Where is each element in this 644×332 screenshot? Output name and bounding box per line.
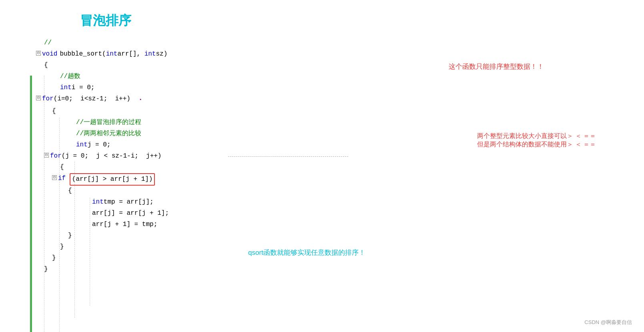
assign-1: arr[j] = arr[j + 1]; [92, 208, 169, 219]
line-int-i: int i = 0; [36, 82, 644, 94]
collapse-for2[interactable]: ⊟ [44, 153, 49, 158]
comment-top: // [44, 38, 52, 48]
var-j-init: j = 0; [88, 140, 111, 150]
green-bar [30, 76, 32, 332]
brace-close-2: } [52, 253, 56, 264]
line-if: ⊟ if (arr[j] > arr[j + 1]) [36, 173, 644, 186]
assign-2: arr[j + 1] = tmp; [92, 219, 157, 230]
brace-open-3: { [60, 162, 64, 173]
brace-open-1: { [44, 60, 48, 71]
line-brace2: { [36, 106, 644, 117]
type-int-1: int [106, 49, 118, 60]
code-block: // ⊟ void bubble_sort(int arr[], int sz)… [36, 38, 644, 275]
line-brace3: { [36, 162, 644, 173]
page-title: 冒泡排序 [80, 12, 644, 30]
if-condition-highlighted: (arr[j] > arr[j + 1]) [70, 173, 155, 186]
dot-marker: · [138, 94, 143, 106]
keyword-for1: for [42, 94, 54, 104]
line-assign1: arr[j] = arr[j + 1]; [36, 208, 644, 219]
line-for2: ⊟ for (j = 0; j < sz-1-i; j++) [36, 151, 644, 162]
if-space [66, 173, 70, 184]
line-int-j: int j = 0; [36, 140, 644, 151]
comment-compare: //两两相邻元素的比较 [76, 128, 141, 139]
type-int-j: int [76, 140, 88, 150]
func-name: bubble_sort( [60, 49, 106, 60]
watermark: CSDN @啊淼要自信 [584, 319, 632, 326]
var-tmp: tmp = arr[j]; [104, 197, 154, 208]
brace-close-1: } [44, 264, 48, 275]
keyword-if: if [58, 173, 66, 184]
line-comment-bubble: //一趟冒泡排序的过程 [36, 117, 644, 128]
line-close3: } [36, 242, 644, 253]
type-int-2: int [144, 49, 156, 60]
for2-params: (j = 0; j < sz-1-i; j++) [62, 151, 162, 162]
param-sz: sz) [156, 49, 167, 60]
var-i-init: i = 0; [72, 82, 95, 93]
line-comment-pass: //趟数 [36, 71, 644, 82]
line-assign2: arr[j + 1] = tmp; [36, 219, 644, 230]
type-int-tmp: int [92, 197, 104, 208]
type-int-i: int [60, 82, 72, 93]
line-comment-top: // [36, 38, 644, 49]
brace-close-4: } [68, 230, 72, 241]
page-container: 冒泡排序 // ⊟ void bubble_sort(int arr[], in… [0, 0, 644, 332]
code-wrapper: // ⊟ void bubble_sort(int arr[], int sz)… [0, 38, 644, 275]
keyword-void: void [42, 49, 57, 60]
line-close4: } [36, 230, 644, 242]
line-close1: } [36, 264, 644, 275]
brace-open-2: { [52, 106, 56, 117]
line-for1: ⊟ for (i=0; i<sz-1; i++) · [36, 94, 644, 106]
line-comment-compare: //两两相邻元素的比较 [36, 128, 644, 140]
param-arr: arr[], [117, 49, 144, 60]
keyword-for2: for [50, 151, 62, 162]
line-brace4: { [36, 186, 644, 197]
line-brace1: { [36, 60, 644, 71]
for1-params: (i=0; i<sz-1; i++) [54, 94, 130, 104]
collapse-if[interactable]: ⊟ [52, 175, 57, 180]
line-tmp: int tmp = arr[j]; [36, 197, 644, 208]
line-close2: } [36, 253, 644, 264]
line-func-def: ⊟ void bubble_sort(int arr[], int sz) [36, 49, 644, 60]
collapse-for1[interactable]: ⊟ [36, 96, 41, 100]
brace-open-4: { [68, 186, 72, 196]
comment-pass: //趟数 [60, 71, 80, 82]
hline-for2 [228, 156, 348, 157]
comment-bubble: //一趟冒泡排序的过程 [76, 117, 141, 128]
collapse-func[interactable]: ⊟ [36, 51, 41, 56]
brace-close-3: } [60, 242, 64, 252]
